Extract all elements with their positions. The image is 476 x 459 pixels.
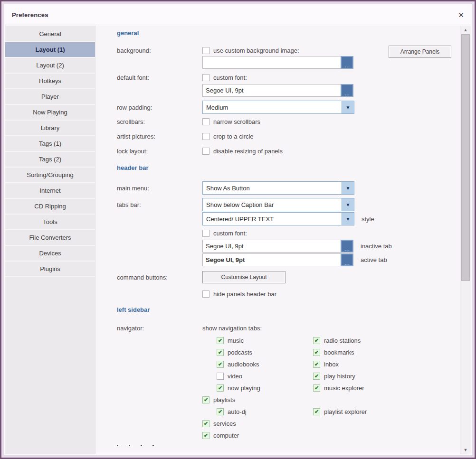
play-history-checkbox[interactable]: ✔ <box>313 373 320 380</box>
sidebar-item-hotkeys[interactable]: Hotkeys <box>5 74 95 89</box>
command-buttons-row: command buttons: Customise Layout <box>117 271 460 283</box>
inactive-tab-font-input[interactable] <box>202 240 341 253</box>
check-icon: ✔ <box>218 385 222 391</box>
sidebar-item-tools[interactable]: Tools <box>5 215 95 230</box>
chevron-down-icon[interactable]: ▼ <box>342 198 354 211</box>
active-tab-font-row: … active tab <box>117 253 460 266</box>
sidebar-item-cd-ripping[interactable]: CD Ripping <box>5 199 95 215</box>
sidebar-item-label: Sorting/Grouping <box>27 171 73 178</box>
sidebar-item-label: Layout (1) <box>35 46 65 53</box>
scrollbar-thumb[interactable] <box>461 34 470 281</box>
sidebar-item-layout-2[interactable]: Layout (2) <box>5 58 95 74</box>
sidebar-item-general[interactable]: General <box>5 27 95 42</box>
choose-default-font-button[interactable]: … <box>341 84 353 97</box>
active-tab-font-input[interactable] <box>202 253 341 266</box>
section-title-general: general <box>117 29 460 39</box>
sidebar-item-library[interactable]: Library <box>5 121 95 136</box>
sidebar-item-label: Tags (1) <box>39 140 61 147</box>
sidebar-item-tags-2[interactable]: Tags (2) <box>5 152 95 168</box>
tabs-custom-font-checkbox[interactable]: ✔ <box>202 230 209 237</box>
playlist-explorer-checkbox[interactable]: ✔ <box>313 408 320 415</box>
artist-pictures-label: artist pictures: <box>117 133 202 140</box>
vertical-scrollbar[interactable]: ▲ ▼ <box>460 26 471 454</box>
radio-stations-checkbox[interactable]: ✔ <box>313 337 320 344</box>
close-icon[interactable]: ✕ <box>458 11 464 19</box>
music-explorer-checkbox[interactable]: ✔ <box>313 384 320 392</box>
sidebar-item-label: Hotkeys <box>39 77 61 84</box>
sidebar-item-label: Layout (2) <box>36 62 64 69</box>
crop-to-circle-checkbox[interactable]: ✔ <box>202 133 209 140</box>
customise-layout-button[interactable]: Customise Layout <box>202 271 286 283</box>
tabs-bar-select[interactable]: Show below Caption Bar ▼ <box>202 198 354 211</box>
sidebar-item-now-playing[interactable]: Now Playing <box>5 105 95 121</box>
services-checkbox[interactable]: ✔ <box>202 420 209 427</box>
default-font-value-row: … <box>117 84 460 97</box>
sidebar-item-internet[interactable]: Internet <box>5 183 95 199</box>
artist-pictures-row: artist pictures: ✔ crop to a circle <box>117 131 460 141</box>
sidebar-item-sorting-grouping[interactable]: Sorting/Grouping <box>5 168 95 183</box>
sidebar-item-label: General <box>39 30 61 37</box>
sidebar-item-devices[interactable]: Devices <box>5 246 95 262</box>
chevron-down-icon[interactable]: ▼ <box>342 182 354 194</box>
choose-inactive-tab-font-button[interactable]: … <box>341 240 353 253</box>
use-custom-background-checkbox[interactable]: ✔ <box>202 47 209 54</box>
tabs-custom-font-label: custom font: <box>213 230 247 237</box>
audiobooks-checkbox[interactable]: ✔ <box>217 361 224 368</box>
nav-row-audiobooks: ✔ audiobooks ✔ inbox <box>202 358 460 370</box>
inbox-checkbox[interactable]: ✔ <box>313 361 320 368</box>
lock-layout-row: lock layout: ✔ disable resizing of panel… <box>117 146 460 156</box>
tabs-bar-row: tabs bar: Show below Caption Bar ▼ <box>117 198 460 211</box>
hide-panels-checkbox[interactable]: ✔ <box>202 290 209 298</box>
sidebar-item-plugins[interactable]: Plugins <box>5 262 95 277</box>
active-tab-label: active tab <box>361 256 387 263</box>
tabs-style-value: Centered/ UPPER TEXT <box>203 215 342 223</box>
computer-checkbox[interactable]: ✔ <box>202 432 209 439</box>
browse-background-button[interactable]: … <box>341 56 353 69</box>
sidebar-item-tags-1[interactable]: Tags (1) <box>5 136 95 152</box>
command-buttons-label: command buttons: <box>117 274 202 281</box>
row-padding-value: Medium <box>203 104 342 111</box>
dialog-body: General Layout (1) Layout (2) Hotkeys Pl… <box>5 26 471 454</box>
lock-layout-label: lock layout: <box>117 148 202 155</box>
tabs-style-select[interactable]: Centered/ UPPER TEXT ▼ <box>202 212 354 225</box>
style-label: style <box>362 215 374 223</box>
preferences-dialog: Preferences ✕ General Layout (1) Layout … <box>0 0 476 459</box>
main-menu-select[interactable]: Show As Button ▼ <box>202 181 354 195</box>
inbox-label: inbox <box>324 361 339 368</box>
custom-font-checkbox[interactable]: ✔ <box>202 74 209 81</box>
sidebar-item-layout-1[interactable]: Layout (1) <box>5 42 95 58</box>
nav-row-podcasts: ✔ podcasts ✔ bookmarks <box>202 347 460 358</box>
disable-resizing-checkbox[interactable]: ✔ <box>202 148 209 155</box>
scroll-down-icon[interactable]: ▼ <box>460 446 471 454</box>
sidebar-item-label: File Converters <box>29 234 71 241</box>
nav-row-video: ✔ video ✔ play history <box>202 370 460 382</box>
narrow-scrollbars-checkbox[interactable]: ✔ <box>202 118 209 125</box>
arrange-panels-button[interactable]: Arrange Panels <box>389 46 451 58</box>
check-icon: ✔ <box>314 409 319 414</box>
background-image-path-input[interactable] <box>202 56 341 69</box>
bookmarks-checkbox[interactable]: ✔ <box>313 349 320 356</box>
check-icon: ✔ <box>314 385 319 391</box>
play-history-label: play history <box>324 373 355 380</box>
crop-to-circle-label: crop to a circle <box>213 133 254 140</box>
music-checkbox[interactable]: ✔ <box>217 337 224 344</box>
radio-stations-label: radio stations <box>324 337 361 344</box>
bookmarks-label: bookmarks <box>324 349 354 356</box>
scroll-up-icon[interactable]: ▲ <box>460 26 471 34</box>
sidebar-item-label: Library <box>41 124 60 131</box>
row-padding-label: row padding: <box>117 104 202 111</box>
chevron-down-icon[interactable]: ▼ <box>342 101 354 113</box>
sidebar-item-player[interactable]: Player <box>5 89 95 105</box>
sidebar-item-file-converters[interactable]: File Converters <box>5 230 95 246</box>
video-checkbox[interactable]: ✔ <box>217 373 224 380</box>
choose-active-tab-font-button[interactable]: … <box>341 253 353 266</box>
default-font-input[interactable] <box>202 84 341 97</box>
section-title-left-sidebar: left sidebar <box>117 306 460 316</box>
playlists-checkbox[interactable]: ✔ <box>202 396 209 403</box>
chevron-down-icon[interactable]: ▼ <box>342 213 354 225</box>
row-padding-select[interactable]: Medium ▼ <box>202 101 354 114</box>
auto-dj-checkbox[interactable]: ✔ <box>217 408 224 415</box>
now-playing-checkbox[interactable]: ✔ <box>217 384 224 392</box>
podcasts-checkbox[interactable]: ✔ <box>217 349 224 356</box>
scrollbars-row: scrollbars: ✔ narrow scrollbars <box>117 117 460 126</box>
